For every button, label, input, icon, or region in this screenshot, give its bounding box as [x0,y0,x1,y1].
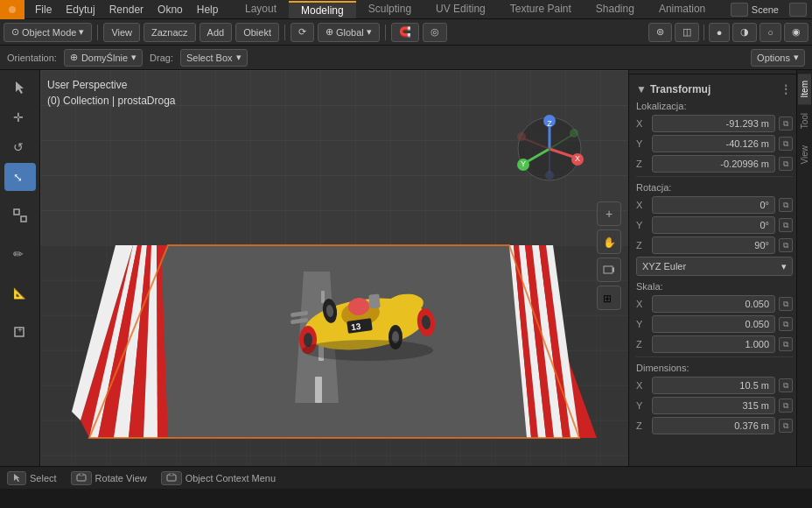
engine-selector[interactable] [789,3,807,17]
scene-selector[interactable] [731,3,748,17]
viewport[interactable]: 13 User Perspective (0) Collec [40,70,628,466]
tab-view[interactable]: View [798,138,811,172]
zoom-in-btn[interactable]: + [597,201,621,226]
options-btn[interactable]: Options ▾ [751,49,805,67]
rendered-mode-btn[interactable]: ◉ [784,23,808,42]
svg-text:+: + [18,325,23,335]
viewport-buttons: + ✋ ⊞ [597,201,621,310]
object-btn[interactable]: Obiekt [235,23,279,42]
sep4 [704,25,704,40]
tab-item[interactable]: Item [798,74,811,104]
global-btn[interactable]: ⊕ Global ▾ [318,23,380,42]
axis-gizmo[interactable]: Z X Y [514,114,584,184]
scale-y-copy[interactable]: ⧉ [779,317,793,331]
rot-x-input[interactable]: 0° [652,196,775,214]
loc-x-copy[interactable]: ⧉ [779,116,793,131]
sidebar-move[interactable]: ✛ [4,103,36,131]
dim-y-input[interactable]: 315 m [652,397,775,414]
svg-rect-6 [14,209,19,215]
dim-z-input[interactable]: 0.376 m [652,417,775,434]
blender-logo[interactable] [0,0,24,19]
loc-y-input[interactable]: -40.126 m [652,135,775,152]
pan-btn[interactable]: ✋ [597,229,621,254]
tab-sculpting[interactable]: Sculpting [356,1,424,17]
tab-animation[interactable]: Animation [647,1,718,17]
tab-shading[interactable]: Shading [584,1,647,17]
svg-point-52 [302,340,433,361]
rot-y-input[interactable]: 0° [652,216,775,234]
scale-y-input[interactable]: 0.050 [652,315,775,333]
menu-file[interactable]: File [28,2,59,18]
loc-x-input[interactable]: -91.293 m [652,115,775,132]
top-menu-bar: File Edytuj Render Okno Help Layout Mode… [0,0,812,19]
tab-uv-editing[interactable]: UV Editing [424,1,498,17]
select-btn[interactable]: Zaznacz [144,23,196,42]
select-box-dropdown[interactable]: Select Box ▾ [180,49,248,67]
dim-x-axis: X [636,380,648,391]
svg-text:⤡: ⤡ [13,171,23,184]
scale-x-copy[interactable]: ⧉ [779,297,793,311]
sidebar-add-cube[interactable]: + [4,317,36,345]
overlay-btn[interactable]: ⊚ [648,23,672,42]
grid-btn[interactable]: ⊞ [597,286,621,310]
tab-modeling[interactable]: Modeling [289,1,356,18]
svg-rect-78 [80,473,83,476]
material-mode-btn[interactable]: ◑ [732,23,757,42]
dim-z-copy[interactable]: ⧉ [779,419,793,433]
tab-texture-paint[interactable]: Texture Paint [498,1,584,17]
scale-z-copy[interactable]: ⧉ [779,337,793,351]
viewport-overlay-btns: ⊚ ◫ ● ◑ ○ ◉ [648,23,808,42]
rot-x-axis: X [636,200,648,210]
xray-btn[interactable]: ◫ [675,23,699,42]
rot-x-copy[interactable]: ⧉ [779,198,793,212]
rot-z-copy[interactable]: ⧉ [779,238,793,252]
drag-label: Drag: [150,53,173,63]
magnet-btn[interactable]: 🧲 [391,23,419,42]
menu-help[interactable]: Help [190,2,226,18]
loc-y-row: Y -40.126 m ⧉ [636,135,793,152]
overlay-icon: ⊚ [656,26,664,38]
scale-z-input[interactable]: 1.000 [652,335,775,353]
dim-y-copy[interactable]: ⧉ [779,399,793,413]
sidebar-transform[interactable] [4,201,36,229]
tab-tool[interactable]: Tool [798,106,811,136]
menu-window[interactable]: Okno [150,2,190,18]
view-btn[interactable]: View [103,23,140,42]
menu-render[interactable]: Render [102,2,150,18]
chevron-down-icon5: ▾ [794,52,799,63]
skala-label: Skala: [636,281,793,292]
add-btn[interactable]: Add [200,23,233,42]
transform-panel: ▼ Transformuj ⋮ Lokalizacja: X -91.293 m… [629,78,812,442]
loc-z-copy[interactable]: ⧉ [779,157,793,171]
loc-y-copy[interactable]: ⧉ [779,137,793,151]
sidebar-rotate[interactable]: ↺ [4,133,36,161]
mode-selector[interactable]: ⊙ Object Mode ▾ [4,23,92,42]
loc-z-input[interactable]: -0.20996 m [652,155,775,173]
panel-options-icon[interactable]: ⋮ [780,83,793,95]
scale-z-axis: Z [636,339,648,349]
transform-btn[interactable]: ⟳ [290,23,314,42]
proportional-btn[interactable]: ◎ [423,23,447,42]
sidebar-measure[interactable]: 📐 [4,279,36,307]
sidebar-select[interactable] [4,74,36,102]
sidebar-scale[interactable]: ⤡ [4,163,36,191]
tab-layout[interactable]: Layout [233,1,289,17]
euler-mode-dropdown[interactable]: XYZ Euler ▾ [636,257,793,276]
scale-x-input[interactable]: 0.050 [652,295,775,313]
orientation-dropdown[interactable]: ⊕ DomyŚlnie ▾ [64,49,143,67]
main-area: ✛ ↺ ⤡ ✏ 📐 + [0,70,812,466]
context-key-icon [161,471,182,485]
camera-btn[interactable] [597,258,621,282]
dim-x-copy[interactable]: ⧉ [779,378,793,392]
toolbar-row1: ⊙ Object Mode ▾ View Zaznacz Add Obiekt … [0,19,812,46]
render-mode-btn[interactable]: ○ [760,23,781,42]
solid-mode-btn[interactable]: ● [709,23,731,42]
chevron-down-icon4: ▾ [236,52,242,63]
sidebar-annotate[interactable]: ✏ [4,240,36,268]
collapse-icon[interactable]: ▼ [636,83,647,95]
right-panel: Item Tool View ▼ Transformuj ⋮ Lokalizac… [628,70,812,466]
dim-x-input[interactable]: 10.5 m [652,377,775,394]
rot-z-input[interactable]: 90° [652,236,775,254]
menu-edit[interactable]: Edytuj [59,2,102,18]
rot-y-copy[interactable]: ⧉ [779,218,793,232]
